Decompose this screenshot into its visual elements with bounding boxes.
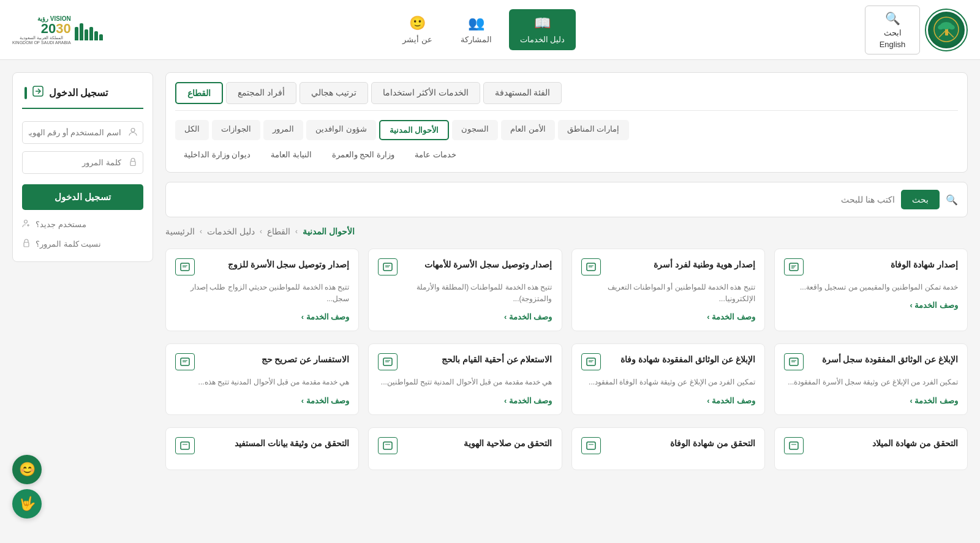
breadcrumb-sector[interactable]: القطاع [267,227,290,236]
card-death-title: إصدار شهادة الوفاة [809,258,958,271]
card-verify-beneficiary[interactable]: التحقق من وثيقة بيانات المستفيد [165,427,359,470]
main-tabs: الفئة المستهدفة الخدمات الأكثر استخداما … [175,82,958,111]
search-input[interactable] [175,195,895,204]
card-national-id-icon [581,258,601,275]
card-family-mothers[interactable]: إصدار وتوصيل سجل الأسرة للأمهات تتيح هذه… [368,249,562,331]
breadcrumb-civil[interactable]: الأحوال المدنية [303,227,355,236]
forgot-lock-icon [22,239,31,249]
card-hajj-permit-icon [175,353,195,370]
card-death-link[interactable]: وصف الخدمة › [784,301,958,310]
site-logo [925,9,968,51]
header-nav: 📖 دليل الخدمات 👥 المشاركة 🙂 عن أيشر [391,9,576,50]
subtab-prisons[interactable]: السجون [452,120,498,140]
card-hajj-eligibility-title: الاستعلام عن أحقية القيام بالحج [402,353,552,366]
card-death-desc: خدمة تمكن المواطنين والمقيمين من تسجيل و… [784,282,958,293]
svg-rect-47 [24,242,29,247]
card-report-death-desc: تمكين الفرد من الإبلاغ عن وثيقة شهادة ال… [581,376,755,388]
login-submit-button[interactable]: تسجيل الدخول [22,184,143,210]
nav-service-guide[interactable]: 📖 دليل الخدمات [509,9,576,50]
card-family-husband[interactable]: إصدار وتوصيل سجل الأسرة للزوج تتيح هذه ا… [165,249,359,331]
svg-rect-36 [383,442,392,449]
password-input[interactable] [22,151,143,174]
card-report-family-link[interactable]: وصف الخدمة › [784,396,958,405]
breadcrumb-guide[interactable]: دليل الخدمات [207,227,255,236]
support-button[interactable]: 😊 [12,455,42,484]
card-family-husband-link[interactable]: وصف الخدمة › [175,312,349,321]
tabs-container: الفئة المستهدفة الخدمات الأكثر استخداما … [165,72,968,173]
tab-most-used[interactable]: الخدمات الأكثر استخداما [371,82,480,104]
breadcrumb-home[interactable]: الرئيسية [165,227,195,236]
search-button[interactable]: 🔍 ابحث English [865,6,920,54]
card-verify-id-icon [378,437,398,454]
search-icon: 🔍 [885,11,900,26]
search-icon: 🔍 [946,194,958,206]
card-report-death-link[interactable]: وصف الخدمة › [581,396,755,405]
breadcrumb: الأحوال المدنية › القطاع › دليل الخدمات … [165,227,968,236]
card-hajj-eligibility-icon [378,353,398,370]
card-verify-id[interactable]: التحقق من صلاحية الهوية [368,427,562,470]
card-hajj-eligibility[interactable]: الاستعلام عن أحقية القيام بالحج هي خدمة … [368,343,562,414]
card-national-id[interactable]: إصدار هوية وطنية لفرد أسرة تتيح هذه الخد… [571,249,765,331]
card-verify-death[interactable]: التحقق من شهادة الوفاة [571,427,765,470]
search-go-button[interactable]: بحث [901,190,940,209]
lock-icon [129,157,137,168]
subtab-affairs[interactable]: شؤون الوافدين [306,120,376,140]
subtab2-interior[interactable]: ديوان وزارة الداخلية [175,146,259,163]
book-icon: 📖 [534,15,551,31]
english-label: English [880,40,906,49]
tab-sector[interactable]: القطاع [175,82,223,104]
card-report-death-title: الإبلاغ عن الوثائق المفقودة شهادة وفاة [606,353,755,366]
nav-about[interactable]: 🙂 عن أيشر [391,9,443,50]
card-verify-beneficiary-icon [175,437,195,454]
forgot-password-link[interactable]: نسيت كلمة المرور؟ [22,239,143,249]
card-hajj-permit-link[interactable]: وصف الخدمة › [175,396,349,405]
subtab-civil[interactable]: الأحوال المدنية [379,120,450,140]
face-icon: 🙂 [409,15,426,31]
card-death-icon [784,258,804,275]
card-report-death[interactable]: الإبلاغ عن الوثائق المفقودة شهادة وفاة ت… [571,343,765,414]
card-family-mothers-icon [378,258,398,275]
card-verify-beneficiary-title: التحقق من وثيقة بيانات المستفيد [200,437,349,450]
tab-target[interactable]: الفئة المستهدفة [483,82,562,104]
card-national-id-desc: تتيح هذه الخدمة للمواطنين أو المواطنات ا… [581,282,755,305]
subtab-traffic[interactable]: المرور [263,120,303,140]
floating-buttons: 😊 🤟 [12,455,42,495]
card-verify-birth[interactable]: التحقق من شهادة الميلاد [774,427,968,470]
card-hajj-eligibility-link[interactable]: وصف الخدمة › [378,396,552,405]
password-group [22,151,143,174]
card-family-mothers-link[interactable]: وصف الخدمة › [378,312,552,321]
card-hajj-permit[interactable]: الاستفسار عن تصريح حج هي خدمة مقدمة من ق… [165,343,359,414]
login-box: تسجيل الدخول [12,72,153,262]
card-national-id-link[interactable]: وصف الخدمة › [581,312,755,321]
new-user-icon [22,219,31,230]
username-input[interactable] [22,121,143,144]
subtab2-prosecution[interactable]: النيابة العامة [262,146,320,163]
main-container: الفئة المستهدفة الخدمات الأكثر استخداما … [0,60,980,495]
new-user-link[interactable]: مستخدم جديد؟ [22,219,143,230]
card-report-death-icon [581,353,601,370]
header-right: VISION رؤية 2030 المملكة العربية السعودي… [12,15,103,45]
sidebar: تسجيل الدخول [12,72,153,482]
subtab2-services[interactable]: خدمات عامة [406,146,465,163]
card-report-family[interactable]: الإبلاغ عن الوثائق المفقودة سجل أسرة تمك… [774,343,968,414]
subtab-passports[interactable]: الجوازات [212,120,260,140]
login-title: تسجيل الدخول [22,85,143,109]
subtab-regions[interactable]: إمارات المناطق [558,120,629,140]
card-family-husband-icon [175,258,195,275]
services-row-3: التحقق من شهادة الميلاد التحقق من شهادة … [165,427,968,470]
tab-ranking[interactable]: ترتيب هجالي [300,82,368,104]
card-death-certificate[interactable]: إصدار شهادة الوفاة خدمة تمكن المواطنين و… [774,249,968,331]
subtab2-hajj[interactable]: وزارة الحج والعمرة [323,146,403,163]
accessibility-button[interactable]: 🤟 [12,489,42,495]
card-hajj-permit-title: الاستفسار عن تصريح حج [200,353,349,366]
subtab-security[interactable]: الأمن العام [501,120,555,140]
svg-point-44 [24,220,28,223]
nav-participation[interactable]: 👥 المشاركة [450,9,503,50]
vision-logo: VISION رؤية 2030 المملكة العربية السعودي… [12,15,103,45]
tab-society[interactable]: أفراد المجتمع [226,82,296,104]
subtab-all[interactable]: الكل [175,120,209,140]
vision-year: 2030 [12,22,71,36]
header: 🔍 ابحث English 📖 دليل الخدمات 👥 المشاركة… [0,0,980,60]
group-icon: 👥 [468,15,484,31]
sub-tabs-2: خدمات عامة وزارة الحج والعمرة النيابة ال… [175,146,958,163]
